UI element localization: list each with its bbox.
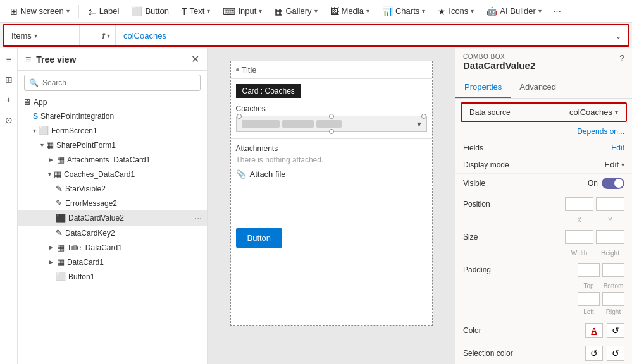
toolbar-button[interactable]: ⬜ Button (127, 4, 174, 19)
padding-top-input[interactable]: 5 (578, 263, 600, 277)
tree-item-sharepoint-integration[interactable]: S SharePointIntegration (18, 109, 207, 123)
tree-item-label: Button1 (68, 272, 202, 281)
size-height-input[interactable]: 32 (596, 230, 624, 244)
selection-color-label: Selection color (463, 349, 513, 358)
color-text-button[interactable]: A (585, 323, 603, 338)
canvas-frame: Title Card : Coaches Coaches ▾ (230, 61, 433, 326)
chevron-down-icon: ▾ (33, 127, 36, 134)
tree-item-label: Title_DataCard1 (67, 243, 202, 252)
canvas-button[interactable]: Button (236, 228, 283, 248)
combo-bars (242, 120, 417, 128)
sidebar-layers-icon[interactable]: ⊞ (1, 72, 16, 87)
tree-item-datacard1[interactable]: ► ▦ DataCard1 (18, 255, 207, 269)
datasource-row: Data source colCoaches ▾ (461, 102, 627, 122)
tree-item-button1[interactable]: ⬜ Button1 (18, 269, 207, 284)
input-icon: ⌨ (223, 6, 235, 16)
tree-item-sharepointform[interactable]: ▾ ▦ SharePointForm1 (18, 138, 207, 152)
selection-color-text-button[interactable]: ↺ (585, 346, 603, 361)
tree-item-formscreen[interactable]: ▾ ⬜ FormScreen1 (18, 123, 207, 138)
color-label: Color (463, 326, 481, 335)
canvas-button-area: Button (231, 222, 432, 254)
toolbar-input[interactable]: ⌨ Input ▾ (218, 4, 267, 19)
chevron-down-icon: ▾ (107, 32, 110, 39)
chevron-down-icon: ▾ (538, 8, 542, 15)
sidebar-add-icon[interactable]: + (1, 92, 16, 107)
selection-color-controls: ↺ ↺ (585, 346, 624, 361)
toolbar-label[interactable]: 🏷 Label (83, 4, 125, 19)
toolbar-gallery[interactable]: ▦ Gallery ▾ (270, 4, 322, 19)
chevron-right-icon: ► (48, 258, 54, 265)
tree-item-label: ErrorMessage2 (65, 199, 202, 208)
tree-item-label: DataCard1 (67, 258, 202, 267)
tab-advanced[interactable]: Advanced (511, 77, 565, 98)
combo-bar (242, 120, 280, 128)
selection-color-icon: ↺ (590, 348, 598, 358)
ai-icon: 🤖 (486, 6, 497, 16)
datasource-value[interactable]: colCoaches ▾ (569, 107, 618, 117)
tree-item-datacardkey2[interactable]: ✎ DataCardKey2 (18, 226, 207, 240)
y-label: Y (596, 217, 624, 224)
x-label: X (565, 217, 593, 224)
chevron-down-icon: ▾ (314, 8, 318, 15)
tree-item-starvisible2[interactable]: ✎ StarVisible2 (18, 181, 207, 196)
gallery-icon: ▦ (275, 6, 283, 16)
canvas-area: Title Card : Coaches Coaches ▾ (208, 48, 455, 364)
toolbar-more-button[interactable]: ⋯ (549, 4, 565, 18)
color-row: Color A ↺ (455, 319, 632, 342)
fields-edit-link[interactable]: Edit (611, 143, 624, 152)
toolbar-charts[interactable]: 📊 Charts ▾ (377, 4, 430, 19)
tree-item-attachments-datacard[interactable]: ► ▦ Attachments_DataCard1 (18, 152, 207, 167)
tree-item-app[interactable]: 🖥 App (18, 95, 207, 109)
padding-bottom-input[interactable]: 5 (602, 263, 624, 277)
display-mode-value[interactable]: Edit ▾ (605, 160, 624, 169)
fields-label: Fields (463, 143, 483, 152)
visible-state-label: On (588, 179, 598, 188)
canvas-combo-box[interactable]: ▾ (236, 116, 427, 132)
size-width-input[interactable]: 384 (565, 230, 593, 244)
toolbar-media[interactable]: 🖼 Media ▾ (325, 4, 375, 19)
tree-item-errormessage2[interactable]: ✎ ErrorMessage2 (18, 196, 207, 210)
tree-item-datacardvalue2[interactable]: ⬛ DataCardValue2 ··· (18, 210, 207, 226)
button-icon: ⬜ (132, 6, 142, 16)
sidebar-menu-icon[interactable]: ≡ (1, 52, 16, 67)
canvas-card-label: Card : Coaches (236, 84, 301, 98)
datacard-icon: ▦ (57, 243, 65, 252)
tree-item-label: DataCardValue2 (68, 214, 192, 222)
color-circle-button[interactable]: ↺ (607, 323, 624, 338)
hamburger-icon[interactable]: ≡ (25, 54, 31, 65)
search-input[interactable] (24, 75, 201, 91)
formula-property-selector[interactable]: Items ▾ (4, 25, 80, 46)
icons-icon: ★ (438, 6, 446, 16)
toolbar-ai-builder[interactable]: 🤖 AI Builder ▾ (481, 4, 546, 19)
attach-file-row[interactable]: 📎 Attach file (236, 169, 427, 179)
sidebar-data-icon[interactable]: ⊙ (1, 112, 16, 128)
tab-properties[interactable]: Properties (455, 77, 511, 98)
help-icon[interactable]: ? (619, 53, 624, 63)
dropdown-arrow-icon: ▾ (417, 119, 421, 129)
formula-expand-button[interactable]: ⌄ (609, 31, 628, 40)
chevron-down-icon: ▾ (366, 8, 369, 15)
button-icon: ⬜ (56, 272, 66, 281)
more-options-icon[interactable]: ··· (194, 213, 202, 223)
media-icon: 🖼 (330, 6, 339, 16)
toolbar-text[interactable]: T Text ▾ (177, 4, 215, 19)
toggle-switch[interactable] (602, 178, 624, 189)
position-y-input[interactable]: 45 (596, 197, 624, 211)
selection-color-circle-button[interactable]: ↺ (607, 346, 624, 361)
depends-on-link[interactable]: Depends on... (577, 127, 624, 136)
formula-value[interactable]: colCoaches (116, 31, 609, 40)
tree-item-coaches-datacard[interactable]: ▾ ▦ Coaches_DataCard1 (18, 167, 207, 181)
tree-item-title-datacard[interactable]: ► ▦ Title_DataCard1 (18, 240, 207, 255)
tree-items-list: 🖥 App S SharePointIntegration ▾ ⬜ FormSc… (18, 95, 207, 364)
padding-right-input[interactable]: 5 (602, 292, 624, 306)
padding-left-input[interactable]: 5 (578, 292, 600, 306)
close-icon[interactable]: ✕ (191, 53, 199, 65)
position-x-input[interactable]: 30 (565, 197, 593, 211)
expand-icon: ⌄ (615, 31, 622, 40)
toolbar-new-screen[interactable]: ⊞ New screen ▾ (5, 4, 75, 19)
text-icon: T (182, 6, 187, 16)
visible-row: Visible On (455, 174, 632, 193)
formula-fx-button[interactable]: f ▾ (97, 25, 116, 46)
chevron-down-icon: ▾ (207, 8, 210, 15)
toolbar-icons[interactable]: ★ Icons ▾ (433, 4, 479, 19)
